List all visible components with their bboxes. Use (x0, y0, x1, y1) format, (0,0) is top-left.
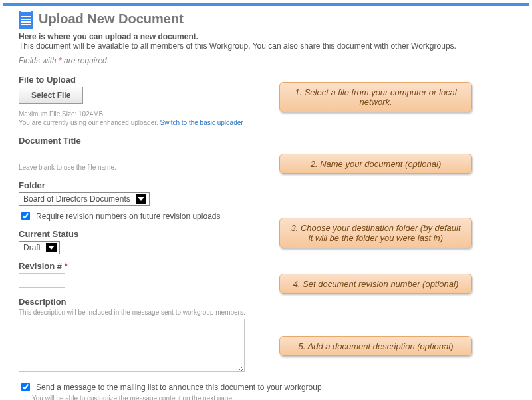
chevron-down-icon (136, 194, 146, 204)
required-suffix: are required. (62, 56, 109, 65)
folder-select[interactable]: Board of Directors Documents (19, 192, 150, 206)
status-selected-value: Draft (23, 243, 41, 252)
top-accent-bar (3, 3, 529, 6)
uploader-mode-text: You are currently using our enhanced upl… (19, 119, 160, 126)
select-file-button[interactable]: Select File (19, 87, 83, 104)
folder-selected-value: Board of Directors Documents (23, 194, 130, 204)
announce-checkbox[interactable] (21, 383, 30, 391)
announce-label: Send a message to the mailing list to an… (36, 383, 322, 392)
revision-required-asterisk: * (65, 261, 68, 271)
revision-input[interactable] (19, 273, 65, 288)
announce-hint: You will be able to customize the messag… (32, 395, 513, 400)
folder-label: Folder (19, 180, 513, 190)
switch-uploader-link[interactable]: Switch to the basic uploader (160, 119, 243, 126)
callout-step-1: 1. Select a file from your computer or l… (279, 82, 472, 112)
document-title-label: Document Title (19, 136, 513, 146)
callout-step-2: 2. Name your document (optional) (279, 154, 472, 174)
callout-step-3: 3. Choose your destination folder (by de… (279, 218, 472, 248)
intro-line-1: Here is where you can upload a new docum… (19, 32, 513, 41)
chevron-down-icon (46, 243, 57, 252)
callout-step-4: 4. Set document revision number (optiona… (279, 274, 472, 294)
description-hint: This description will be included in the… (19, 309, 513, 316)
description-label: Description (19, 297, 513, 307)
required-prefix: Fields with (19, 56, 59, 65)
intro-line-2: This document will be available to all m… (19, 41, 513, 51)
revision-label: Revision # * (19, 261, 513, 271)
required-fields-note: Fields with * are required. (19, 56, 513, 65)
status-select[interactable]: Draft (19, 241, 60, 254)
require-revision-checkbox[interactable] (21, 212, 30, 220)
document-title-input[interactable] (19, 148, 178, 162)
page-title: Upload New Document (39, 11, 184, 27)
callout-step-5: 5. Add a document description (optional) (279, 336, 472, 356)
description-textarea[interactable] (19, 319, 245, 372)
revision-label-text: Revision # (19, 261, 65, 271)
document-icon (19, 11, 33, 29)
uploader-mode-hint: You are currently using our enhanced upl… (19, 119, 513, 126)
require-revision-label: Require revision numbers on future revis… (36, 212, 220, 221)
